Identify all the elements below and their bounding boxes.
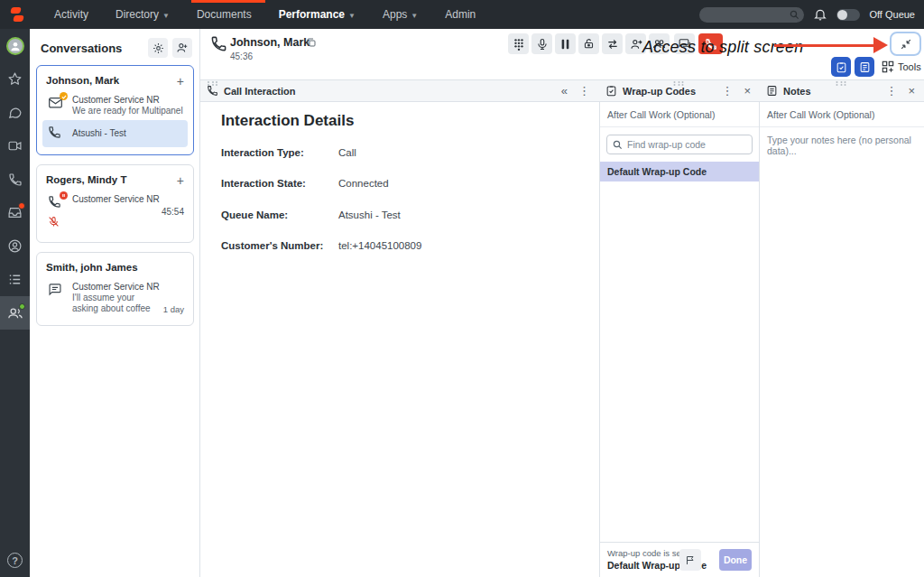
collapse-panel-icon[interactable]: «	[559, 85, 570, 97]
rail-support[interactable]	[0, 229, 30, 263]
drag-handle-icon[interactable]	[674, 81, 686, 86]
wrapup-panel-toggle-button[interactable]	[831, 57, 851, 77]
app-root: Activity Directory▼ Documents Performanc…	[0, 0, 924, 577]
conversations-settings-button[interactable]	[148, 38, 168, 58]
left-icon-rail: ?	[0, 29, 30, 577]
list-icon	[7, 272, 23, 287]
phone-hold-icon	[48, 195, 64, 231]
wrapup-search-input[interactable]	[627, 139, 744, 150]
conversation-card-johnson[interactable]: Johnson, Mark + Customer Service NR We a…	[36, 65, 194, 155]
rail-video[interactable]	[0, 129, 30, 163]
acw-label: After Call Work (Optional)	[600, 102, 759, 127]
rail-chat[interactable]	[0, 96, 30, 129]
call-duration: 45:54	[72, 207, 184, 218]
rail-voicemail[interactable]	[0, 196, 30, 229]
wrapup-status-text: Wrap-up code is set	[607, 548, 683, 558]
note-icon	[766, 85, 778, 97]
active-tab-indicator	[191, 0, 265, 3]
interaction-row-message[interactable]: Customer Service NR We are ready for Mul…	[42, 91, 188, 120]
phone-icon	[8, 172, 23, 187]
global-search-input[interactable]	[699, 7, 804, 23]
nav-documents[interactable]: Documents	[197, 8, 252, 21]
panel-title: Notes	[783, 86, 877, 97]
add-conversation-button[interactable]	[172, 38, 192, 58]
notes-panel-toggle-button[interactable]	[855, 57, 874, 77]
card-name: Rogers, Mindy T	[42, 172, 188, 191]
more-options-icon[interactable]: ⋮	[576, 85, 593, 97]
nav-admin[interactable]: Admin	[445, 8, 476, 21]
add-interaction-icon[interactable]: +	[177, 74, 184, 88]
interaction-age: 1 day	[163, 304, 184, 314]
rail-profile-avatar[interactable]	[0, 29, 30, 62]
annotation-text: Access to split screen	[642, 38, 803, 57]
interaction-queue: Atsushi - Test	[72, 128, 184, 139]
rail-favorites[interactable]	[0, 62, 30, 96]
clipboard-check-icon	[836, 61, 847, 73]
interaction-row-call-selected[interactable]: Atsushi - Test	[42, 120, 188, 147]
drag-handle-icon[interactable]	[208, 81, 219, 86]
microphone-icon	[536, 38, 549, 51]
person-consult-icon	[630, 38, 642, 51]
hold-badge-icon	[60, 191, 68, 200]
lock-open-icon	[583, 38, 595, 50]
video-camera-icon	[7, 138, 23, 154]
wrapup-search-box[interactable]	[606, 135, 753, 154]
chevron-down-icon: ▼	[348, 12, 356, 20]
search-icon	[790, 10, 799, 20]
nav-activity[interactable]: Activity	[54, 8, 88, 21]
conversation-card-smith[interactable]: Smith, john James Customer Service NR I'…	[36, 252, 194, 326]
interaction-row-chat[interactable]: Customer Service NR I'll assume your ask…	[42, 278, 188, 318]
clipboard-check-icon	[605, 85, 617, 97]
dialpad-button[interactable]	[508, 33, 529, 54]
tools-label: Tools	[898, 61, 921, 72]
top-nav-bar: Activity Directory▼ Documents Performanc…	[0, 0, 924, 29]
main-nav: Activity Directory▼ Documents Performanc…	[54, 8, 476, 21]
notifications-bell-icon[interactable]	[813, 7, 827, 22]
phone-icon	[48, 126, 64, 143]
flag-button[interactable]	[679, 549, 701, 571]
interaction-row-call-held[interactable]: Customer Service NR 45:54	[42, 191, 188, 235]
card-name: Smith, john James	[42, 260, 188, 278]
interaction-preview: We are ready for Multipanel	[72, 106, 184, 116]
rail-contacts[interactable]	[0, 296, 30, 330]
mute-button[interactable]	[531, 33, 552, 54]
nav-apps[interactable]: Apps▼	[383, 8, 418, 21]
annotation-arrow	[774, 44, 875, 47]
interaction-details-heading: Interaction Details	[221, 112, 354, 130]
drag-handle-icon[interactable]	[836, 81, 848, 86]
interaction-preview: I'll assume your asking about coffee	[72, 293, 160, 314]
done-button[interactable]: Done	[719, 549, 752, 571]
interaction-queue: Customer Service NR	[72, 282, 160, 293]
queue-toggle[interactable]	[836, 9, 860, 21]
conversation-card-rogers[interactable]: Rogers, Mindy T + Customer Service NR 45…	[36, 164, 194, 243]
avatar	[6, 37, 24, 55]
close-icon[interactable]: ×	[905, 85, 918, 97]
hold-button[interactable]	[555, 33, 576, 54]
rail-help[interactable]: ?	[0, 553, 30, 568]
tools-button[interactable]: Tools	[882, 60, 921, 73]
conversations-panel: Conversations Johnson, Mark + Custom	[30, 29, 200, 577]
rail-calls[interactable]	[0, 163, 30, 196]
conversations-title: Conversations	[41, 42, 143, 55]
rail-queues[interactable]	[0, 263, 30, 296]
wrapup-footer: Wrap-up code is set Default Wrap-up Code…	[600, 542, 759, 577]
more-options-icon[interactable]: ⋮	[882, 85, 900, 97]
phone-icon	[207, 85, 218, 97]
split-screen-button[interactable]	[890, 32, 921, 56]
nav-directory[interactable]: Directory▼	[116, 8, 170, 21]
secure-pause-button[interactable]	[578, 33, 599, 54]
interaction-queue: Customer Service NR	[72, 194, 184, 205]
more-options-icon[interactable]: ⋮	[718, 85, 735, 97]
message-icon	[48, 96, 64, 113]
nav-performance[interactable]: Performance▼	[279, 8, 356, 21]
close-icon[interactable]: ×	[741, 85, 753, 97]
add-interaction-icon[interactable]: +	[177, 173, 184, 188]
collapse-arrows-icon	[900, 38, 912, 51]
search-icon	[613, 140, 623, 150]
notes-textarea[interactable]	[760, 127, 924, 543]
wrapup-code-option-selected[interactable]: Default Wrap-up Code	[600, 162, 759, 181]
transfer-arrows-icon	[606, 38, 619, 51]
transfer-button[interactable]	[602, 33, 623, 54]
copy-icon[interactable]	[306, 35, 317, 51]
note-icon	[859, 61, 871, 73]
